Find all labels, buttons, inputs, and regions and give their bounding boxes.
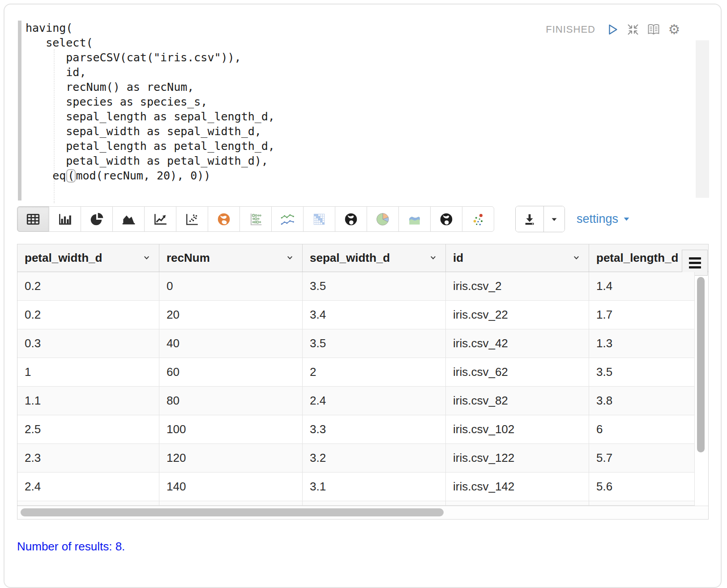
chevron-down-icon[interactable]: [572, 251, 581, 265]
table-cell: 1.3: [589, 329, 695, 358]
viz-stream-chart-button[interactable]: [398, 206, 431, 232]
download-options-caret[interactable]: [544, 206, 564, 232]
column-header-label: petal_width_d: [25, 251, 102, 265]
table-cell: 140: [159, 473, 303, 501]
viz-line-chart-button[interactable]: [144, 206, 176, 232]
table-cell: 2.4: [17, 473, 159, 501]
gear-icon[interactable]: ⚙: [667, 22, 681, 37]
table-row: 0.2203.4iris.csv_221.7: [17, 301, 695, 329]
table-row-partial: [17, 501, 695, 506]
table-vertical-scrollbar[interactable]: [697, 277, 705, 452]
table-cell: 1.7: [589, 301, 695, 329]
viz-table-button[interactable]: [17, 206, 49, 232]
column-header-label: sepal_width_d: [310, 251, 390, 265]
table-cell: iris.csv_122: [446, 444, 589, 472]
code-line: petal_width as petal_width_d),: [26, 153, 275, 168]
table-cell: [446, 501, 589, 505]
code-line: recNum() as recNum,: [26, 80, 275, 94]
download-split-button: [515, 206, 565, 232]
viz-multi-line-chart-button[interactable]: [271, 206, 304, 232]
viz-bubble-chart-button[interactable]: [239, 206, 272, 232]
column-header-label: id: [453, 251, 463, 265]
table-cell: 2.3: [17, 444, 159, 472]
viz-globe-map-3-button[interactable]: [430, 206, 462, 232]
column-header-id[interactable]: id: [446, 244, 589, 272]
table-row: 2.51003.3iris.csv_1026: [17, 415, 695, 444]
settings-toggle[interactable]: settings: [577, 212, 630, 226]
table-cell: 1: [17, 358, 159, 386]
table-cell: 0: [159, 272, 303, 300]
code-editor[interactable]: having( select( parseCSV(cat("iris.csv")…: [26, 21, 275, 183]
chevron-down-icon[interactable]: [286, 251, 294, 265]
code-line: id,: [26, 65, 275, 80]
table-cell: [159, 501, 303, 505]
bar-chart-icon: [57, 212, 73, 227]
viz-scatter-color-button[interactable]: [462, 206, 494, 232]
viz-globe-map-2-button[interactable]: [335, 206, 367, 232]
table-cell: iris.csv_102: [446, 415, 589, 443]
code-line: sepal_width as sepal_width_d,: [26, 124, 275, 139]
table-row: 0.3403.5iris.csv_421.3: [17, 329, 695, 358]
column-header-recNum[interactable]: recNum: [159, 244, 303, 272]
column-header-label: petal_length_d: [596, 251, 678, 265]
book-icon[interactable]: [646, 22, 661, 37]
table-cell: iris.csv_42: [446, 329, 589, 358]
viz-pie-chart-button[interactable]: [81, 206, 113, 232]
line-chart-icon: [153, 212, 168, 227]
table-icon: [26, 212, 41, 227]
column-header-petal_width_d[interactable]: petal_width_d: [17, 244, 159, 272]
globe-map-3-icon: [439, 212, 454, 227]
code-line: having(: [26, 21, 275, 35]
download-button[interactable]: [516, 206, 544, 232]
table-cell: 20: [159, 301, 303, 329]
area-chart-icon: [121, 212, 136, 227]
table-cell: 3.3: [303, 415, 446, 443]
code-line: select(: [26, 35, 275, 50]
table-cell: 3.5: [303, 329, 446, 358]
table-cell: 80: [159, 387, 303, 415]
heatmap-icon: [312, 212, 327, 227]
code-line-with-cursor: eq(mod(recNum, 20), 0)): [26, 168, 275, 183]
table-cell: 3.2: [303, 444, 446, 472]
table-body: 0.203.5iris.csv_21.40.2203.4iris.csv_221…: [17, 272, 708, 506]
viz-globe-map-button[interactable]: [208, 206, 240, 232]
table-cell: 2: [303, 358, 446, 386]
pie-chart-icon: [89, 212, 104, 227]
result-toolbar: settings: [17, 206, 630, 232]
column-header-label: recNum: [167, 251, 210, 265]
table-cell: 2.5: [17, 415, 159, 443]
editor-scrollbar[interactable]: [696, 40, 709, 198]
table-row: 2.31203.2iris.csv_1225.7: [17, 444, 695, 473]
shrink-icon[interactable]: [626, 22, 640, 37]
stream-chart-icon: [407, 212, 422, 227]
scatter-chart-icon: [184, 212, 200, 227]
table-row: 2.41403.1iris.csv_1425.6: [17, 473, 695, 501]
globe-map-2-icon: [343, 212, 359, 227]
table-cell: [303, 501, 446, 505]
table-horizontal-scrollbar[interactable]: [21, 508, 444, 516]
result-table: petal_width_drecNumsepal_width_didpetal_…: [17, 244, 709, 520]
editor-gutter-bar: [18, 21, 21, 200]
table-cell: iris.csv_62: [446, 358, 589, 386]
notebook-paragraph-card: having( select( parseCSV(cat("iris.csv")…: [4, 4, 722, 588]
viz-scatter-chart-button[interactable]: [176, 206, 208, 232]
viz-area-chart-button[interactable]: [112, 206, 145, 232]
caret-down-icon: [623, 215, 630, 223]
table-cell: 120: [159, 444, 303, 472]
table-cell: 3.5: [589, 358, 695, 386]
table-cell: 1.1: [17, 387, 159, 415]
table-cell: 5.7: [589, 444, 695, 472]
table-cell: 3.5: [303, 272, 446, 300]
table-cell: iris.csv_82: [446, 387, 589, 415]
table-cell: 60: [159, 358, 303, 386]
viz-heatmap-button[interactable]: [303, 206, 335, 232]
text-cursor: (: [66, 169, 76, 183]
results-count-text: Number of results: 8.: [17, 540, 125, 554]
column-header-sepal_width_d[interactable]: sepal_width_d: [303, 244, 446, 272]
viz-pie-chart-color-button[interactable]: [367, 206, 399, 232]
chevron-down-icon[interactable]: [429, 251, 437, 265]
viz-bar-chart-button[interactable]: [49, 206, 81, 232]
chevron-down-icon[interactable]: [142, 251, 151, 265]
play-icon[interactable]: [605, 22, 620, 37]
table-cell: 3.4: [303, 301, 446, 329]
